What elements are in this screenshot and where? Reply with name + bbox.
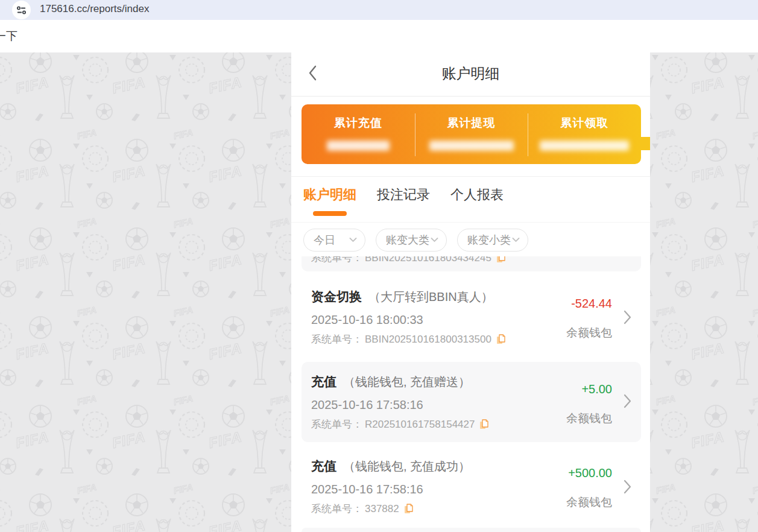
svg-text:FIFA: FIFA xyxy=(207,428,243,451)
svg-text:FIFA: FIFA xyxy=(172,216,194,230)
svg-text:FIFA: FIFA xyxy=(0,127,1,141)
svg-text:FIFA: FIFA xyxy=(110,251,147,274)
site-controls-button[interactable] xyxy=(12,1,31,19)
wallet-type: 余额钱包 xyxy=(566,495,612,510)
svg-text:FIFA: FIFA xyxy=(76,305,97,318)
browser-address-bar[interactable]: 175616.cc/reports/index xyxy=(0,0,758,20)
svg-text:FIFA: FIFA xyxy=(751,216,758,230)
summary-card: 累计充值 累计提现 累计领取 xyxy=(302,104,641,164)
svg-text:FIFA: FIFA xyxy=(0,482,1,496)
browser-content-strip: 一下 xyxy=(0,20,758,52)
order-no-label: 系统单号： xyxy=(311,256,362,265)
row-arrow xyxy=(624,394,631,411)
fifa-pattern-tile: FIFAFIFA xyxy=(101,318,197,407)
page-title: 账户明细 xyxy=(291,64,650,83)
filter-minor-category-select[interactable]: 账变小类 xyxy=(457,229,528,252)
summary-label: 累计充值 xyxy=(334,115,382,131)
transaction-type: 充值 xyxy=(311,373,336,390)
tab-bar: 账户明细 投注记录 个人报表 xyxy=(303,186,504,204)
fifa-pattern-tile: FIFAFIFA xyxy=(0,407,4,496)
page-header: 账户明细 xyxy=(291,52,650,96)
filter-bar: 今日 账变大类 账变小类 xyxy=(303,229,528,252)
fifa-pattern-tile: FIFAFIFA xyxy=(4,230,101,318)
fifa-pattern-tile: FIFAFIFA xyxy=(197,496,294,532)
order-no-value: BBIN202510161800313500 xyxy=(365,334,491,346)
wallet-type: 余额钱包 xyxy=(566,325,612,341)
fifa-pattern-tile: FIFAFIFA xyxy=(101,230,197,318)
svg-text:FIFA: FIFA xyxy=(14,428,50,451)
fifa-pattern-tile: FIFAFIFA xyxy=(680,318,758,407)
svg-text:FIFA: FIFA xyxy=(655,393,676,407)
order-no-label: 系统单号： xyxy=(311,417,362,431)
fifa-pattern-tile: FIFAFIFA xyxy=(0,52,4,141)
copy-button[interactable] xyxy=(496,256,505,263)
svg-text:FIFA: FIFA xyxy=(689,74,725,97)
svg-text:FIFA: FIFA xyxy=(751,305,758,318)
tab-account-detail[interactable]: 账户明细 xyxy=(303,186,356,204)
fifa-pattern-tile: FIFAFIFA xyxy=(197,318,294,407)
fifa-pattern-tile: FIFAFIFA xyxy=(197,141,294,230)
fifa-pattern-tile: FIFAFIFA xyxy=(680,52,758,141)
fifa-pattern-tile: FIFAFIFA xyxy=(4,318,101,407)
transaction-type: 充值 xyxy=(311,458,336,475)
masked-value xyxy=(540,141,629,151)
card-section-divider xyxy=(291,176,650,177)
svg-text:FIFA: FIFA xyxy=(76,216,97,230)
fifa-pattern-tile: FIFAFIFA xyxy=(101,496,197,532)
next-row-peek xyxy=(302,528,641,532)
transaction-amount: -524.44 xyxy=(566,297,612,311)
svg-text:FIFA: FIFA xyxy=(207,74,243,97)
summary-label: 累计提现 xyxy=(447,115,496,131)
svg-text:FIFA: FIFA xyxy=(76,127,97,141)
tab-personal-report[interactable]: 个人报表 xyxy=(450,186,504,204)
order-no-value: BBIN202510161803434245 xyxy=(365,256,491,264)
summary-card-peek xyxy=(641,137,650,150)
tab-bet-records[interactable]: 投注记录 xyxy=(377,186,430,204)
filter-major-category-select[interactable]: 账变大类 xyxy=(376,229,447,252)
svg-text:FIFA: FIFA xyxy=(751,127,758,141)
copy-icon xyxy=(404,504,413,514)
svg-text:FIFA: FIFA xyxy=(751,482,758,496)
chevron-down-icon xyxy=(349,238,357,242)
fifa-pattern-tile: FIFAFIFA xyxy=(4,407,101,496)
svg-text:FIFA: FIFA xyxy=(14,517,50,532)
svg-text:FIFA: FIFA xyxy=(110,340,147,363)
fifa-pattern-tile: FIFAFIFA xyxy=(197,52,294,141)
svg-text:FIFA: FIFA xyxy=(207,162,243,185)
svg-text:FIFA: FIFA xyxy=(172,482,194,496)
svg-text:FIFA: FIFA xyxy=(14,251,50,274)
copy-button[interactable] xyxy=(496,334,505,344)
transaction-list: 系统单号：BBIN202510161803434245 资金切换 （大厅转到BB… xyxy=(291,256,650,532)
svg-text:FIFA: FIFA xyxy=(689,162,725,185)
url-text[interactable]: 175616.cc/reports/index xyxy=(40,3,149,15)
transaction-subtitle: （大厅转到BBIN真人） xyxy=(368,289,493,305)
order-no-label: 系统单号： xyxy=(311,332,362,346)
svg-text:FIFA: FIFA xyxy=(14,340,50,363)
svg-text:FIFA: FIFA xyxy=(689,428,725,451)
masked-value xyxy=(429,141,514,151)
clipped-page-text: 一下 xyxy=(0,28,17,44)
clipped-transaction-row[interactable]: 系统单号：BBIN202510161803434245 xyxy=(302,256,641,271)
svg-text:FIFA: FIFA xyxy=(0,305,1,318)
mobile-panel: 账户明细 累计充值 累计提现 累计领取 账户明细 投注记录 个人报表 xyxy=(291,52,650,532)
transaction-row[interactable]: 资金切换 （大厅转到BBIN真人） 2025-10-16 18:00:33 系统… xyxy=(302,281,641,356)
summary-label: 累计领取 xyxy=(560,115,608,131)
transaction-row[interactable]: 充值 （钱能钱包, 充值成功） 2025-10-16 17:58:16 系统单号… xyxy=(302,451,641,525)
order-no-value: 337882 xyxy=(365,503,399,515)
svg-text:FIFA: FIFA xyxy=(269,482,290,496)
filter-date-select[interactable]: 今日 xyxy=(303,229,365,252)
chevron-right-icon xyxy=(624,310,631,325)
transaction-type: 资金切换 xyxy=(311,288,362,305)
svg-text:FIFA: FIFA xyxy=(14,74,50,97)
copy-button[interactable] xyxy=(479,419,488,429)
svg-text:FIFA: FIFA xyxy=(269,393,290,407)
transaction-row[interactable]: 充值 （钱能钱包, 充值赠送） 2025-10-16 17:58:16 系统单号… xyxy=(302,362,641,442)
fifa-pattern-tile: FIFAFIFA xyxy=(680,141,758,230)
header-divider xyxy=(291,96,650,97)
summary-col-deposit: 累计充值 xyxy=(302,104,415,164)
copy-button[interactable] xyxy=(404,504,413,514)
svg-text:FIFA: FIFA xyxy=(76,482,97,496)
svg-text:FIFA: FIFA xyxy=(269,127,290,141)
transaction-subtitle: （钱能钱包, 充值赠送） xyxy=(343,374,470,390)
copy-icon xyxy=(496,256,505,263)
